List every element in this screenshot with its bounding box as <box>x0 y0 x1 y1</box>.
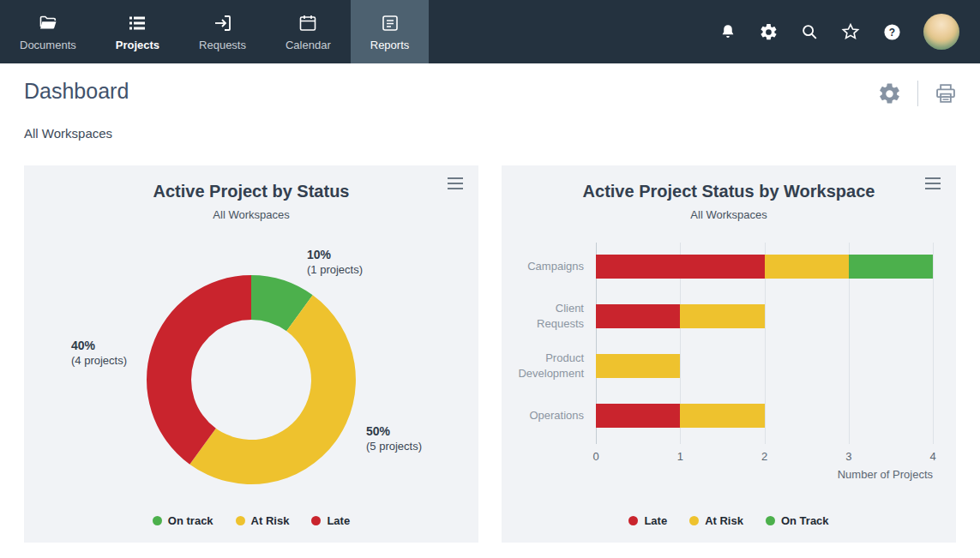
x-tick-label: 0 <box>592 450 598 463</box>
legend-item: On track <box>153 514 213 527</box>
x-tick-label: 1 <box>677 450 683 463</box>
widget-subtitle: All Workspaces <box>502 208 956 221</box>
legend-item: At Risk <box>236 514 290 527</box>
bar-legend: LateAt RiskOn Track <box>502 514 956 527</box>
donut-slice <box>147 275 251 465</box>
donut-legend: On trackAt RiskLate <box>24 514 478 527</box>
category-label: Client Requests <box>517 301 584 331</box>
nav-tab-label: Documents <box>20 39 76 51</box>
donut-chart-card: Active Project by Status All Workspaces … <box>24 165 478 543</box>
bar-row <box>596 255 933 279</box>
print-icon[interactable] <box>934 81 958 105</box>
donut-label-late: 40% (4 projects) <box>71 339 127 368</box>
donut-count: (4 projects) <box>71 354 127 367</box>
legend-label: On track <box>168 514 213 527</box>
legend-item: Late <box>628 514 667 527</box>
calendar-icon <box>298 13 318 33</box>
bar-segment[interactable] <box>680 304 764 328</box>
donut-label-at-risk: 50% (5 projects) <box>366 424 422 453</box>
notifications-bell-icon[interactable] <box>718 22 737 41</box>
donut-chart[interactable] <box>146 274 357 485</box>
widget-title: Active Project Status by Workspace <box>502 182 956 201</box>
help-question-icon[interactable]: ? <box>882 22 902 42</box>
legend-label: Late <box>644 514 667 527</box>
widget-title: Active Project by Status <box>24 182 478 201</box>
projects-list-icon <box>127 13 147 33</box>
bar-segment[interactable] <box>596 304 680 328</box>
donut-pct: 40% <box>71 339 127 354</box>
page-header: Dashboard All Workspaces <box>0 63 980 141</box>
legend-dot <box>311 516 321 525</box>
x-tick-label: 3 <box>845 450 851 463</box>
donut-count: (1 projects) <box>307 263 363 276</box>
category-labels: CampaignsClient RequestsProduct Developm… <box>517 243 584 444</box>
x-tick-label: 4 <box>929 450 935 463</box>
donut-pct: 50% <box>366 424 422 440</box>
workspace-filter[interactable]: All Workspaces <box>24 126 956 141</box>
bar-segment[interactable] <box>680 404 764 428</box>
nav-tab-label: Reports <box>370 39 410 51</box>
category-label: Campaigns <box>517 259 584 274</box>
reports-icon <box>380 13 400 33</box>
nav-tab-documents[interactable]: Documents <box>0 0 96 63</box>
svg-text:?: ? <box>889 26 895 38</box>
nav-tab-projects[interactable]: Projects <box>96 0 179 63</box>
legend-item: At Risk <box>689 514 743 527</box>
bar-row <box>596 304 933 328</box>
documents-folder-icon <box>38 13 58 33</box>
legend-label: At Risk <box>251 514 290 527</box>
dashboard-settings-gear-icon[interactable] <box>877 81 902 106</box>
legend-dot <box>236 516 245 525</box>
bar-segment[interactable] <box>596 354 680 378</box>
nav-tab-label: Requests <box>199 39 246 51</box>
nav-tab-label: Projects <box>116 39 159 51</box>
bar-segment[interactable] <box>849 255 933 279</box>
tools-divider <box>917 81 918 106</box>
bar-row <box>596 354 933 378</box>
bar-segment[interactable] <box>596 255 765 279</box>
favorites-star-icon[interactable] <box>840 21 861 42</box>
legend-item: On Track <box>766 514 829 527</box>
donut-pct: 10% <box>307 248 363 263</box>
page-title: Dashboard <box>24 79 956 104</box>
legend-dot <box>153 516 162 525</box>
nav-right-icons: ? <box>718 0 980 63</box>
top-nav: Documents Projects Requests Calenda <box>0 0 980 63</box>
requests-arrow-icon <box>213 13 233 33</box>
legend-label: Late <box>327 514 350 527</box>
x-axis: Number of Projects 01234 <box>596 450 933 488</box>
donut-count: (5 projects) <box>366 440 422 453</box>
widget-menu-icon[interactable] <box>446 175 465 192</box>
bar-segment[interactable] <box>596 404 680 428</box>
nav-tab-calendar[interactable]: Calendar <box>266 0 351 63</box>
bar-chart-card: Active Project Status by Workspace All W… <box>502 165 956 543</box>
legend-dot <box>766 516 775 525</box>
bar-plot[interactable] <box>596 243 933 444</box>
settings-gear-icon[interactable] <box>759 22 779 42</box>
bar-row <box>596 404 933 428</box>
x-tick-label: 2 <box>761 450 767 463</box>
legend-label: At Risk <box>705 514 743 527</box>
user-avatar[interactable] <box>923 14 959 50</box>
dashboard-widgets: Active Project by Status All Workspaces … <box>0 141 980 543</box>
nav-tab-requests[interactable]: Requests <box>179 0 266 63</box>
legend-item: Late <box>311 514 350 527</box>
legend-dot <box>689 516 699 525</box>
bar-segment[interactable] <box>765 255 849 279</box>
gridline <box>933 243 934 444</box>
nav-tab-label: Calendar <box>286 39 331 51</box>
legend-dot <box>628 516 638 525</box>
category-label: Product Development <box>517 351 584 381</box>
search-icon[interactable] <box>800 22 819 41</box>
nav-spacer <box>429 0 718 63</box>
header-tools <box>877 81 958 106</box>
widget-menu-icon[interactable] <box>923 175 942 192</box>
x-axis-title: Number of Projects <box>596 468 933 481</box>
category-label: Operations <box>517 408 584 423</box>
donut-label-on-track: 10% (1 projects) <box>307 248 363 277</box>
nav-tab-reports[interactable]: Reports <box>351 0 430 63</box>
widget-subtitle: All Workspaces <box>24 208 478 221</box>
legend-label: On Track <box>781 514 829 527</box>
